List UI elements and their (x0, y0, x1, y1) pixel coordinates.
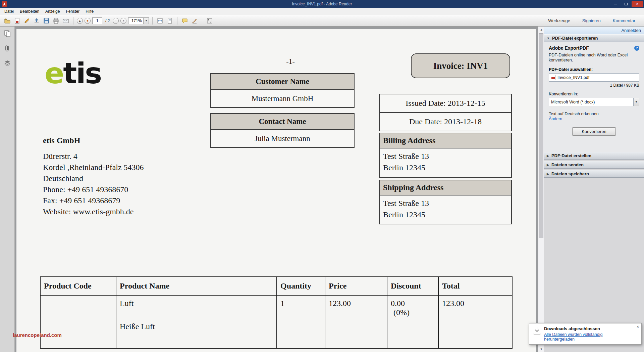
menu-datei[interactable]: Datei (1, 8, 17, 15)
company-line: Website: www.etis-gmbh.de (43, 206, 144, 217)
help-icon[interactable]: ? (634, 46, 639, 51)
change-language-link[interactable]: Ändern (549, 117, 562, 121)
send-files-section-header[interactable]: ▶ Dateien senden (544, 161, 644, 169)
company-line: Dürerstr. 4 (43, 151, 144, 162)
chevron-right-icon: ▶ (547, 154, 549, 158)
customer-name-block: Customer Name Mustermann GmbH (210, 73, 355, 108)
discount-value: 0.00 (391, 299, 435, 308)
page-number-label: -1- (264, 57, 317, 66)
share-icon[interactable] (33, 17, 41, 25)
layers-icon[interactable] (4, 59, 11, 68)
company-line: Kordel ,Rheinland-Pfalz 54306 (43, 162, 144, 173)
scrollbar-thumb[interactable] (539, 33, 543, 238)
titlebar: Invoice_INV1.pdf - Adobe Reader × (0, 0, 644, 8)
cell-quantity: 1 (277, 295, 325, 348)
col-product-name: Product Name (116, 277, 277, 295)
zoom-in-icon[interactable]: + (120, 18, 126, 24)
table-header-row: Product Code Product Name Quantity Price… (40, 277, 512, 295)
notification-close-icon[interactable]: × (637, 324, 639, 329)
contact-name-block: Contact Name Julia Mustermann (210, 113, 355, 148)
shipping-line: Test Straße 13 (383, 197, 508, 209)
fit-width-icon[interactable] (156, 17, 164, 25)
convert-button[interactable]: Konvertieren (572, 127, 616, 136)
werkzeuge-button[interactable]: Werkzeuge (548, 18, 570, 23)
anmelden-link[interactable]: Anmelden (621, 28, 641, 33)
toolbar: ▲ ▼ / 2 − + 171% ▼ Werkzeuge Signieren K… (0, 15, 644, 27)
export-section-title: PDF-Datei exportieren (552, 36, 598, 41)
fullscreen-icon[interactable] (206, 17, 214, 25)
chevron-down-icon: ▼ (547, 37, 550, 40)
create-pdf-icon[interactable] (13, 17, 21, 25)
edit-icon[interactable] (23, 17, 31, 25)
fit-page-icon[interactable] (166, 17, 174, 25)
notification-title: Downloads abgeschlossen (544, 326, 639, 331)
page-thumbnails-icon[interactable] (4, 30, 11, 39)
store-files-section-header[interactable]: ▶ Dateien speichern (544, 170, 644, 178)
adobe-reader-app-icon (2, 1, 7, 7)
customer-name-header: Customer Name (210, 73, 355, 90)
save-icon[interactable] (42, 17, 50, 25)
customer-name-value: Mustermann GmbH (210, 90, 355, 108)
select-file-label: PDF-Datei auswählen: (549, 67, 639, 72)
billing-line: Test Straße 13 (383, 150, 508, 162)
adobe-exportpdf-label: Adobe ExportPDF (549, 45, 589, 51)
zoom-level-value: 171% (128, 18, 143, 24)
selected-file-box[interactable]: Invoice_INV1.pdf (549, 73, 639, 82)
scroll-down-arrow-icon[interactable]: ▼ (538, 346, 544, 352)
signieren-button[interactable]: Signieren (582, 18, 601, 23)
toolbar-separator (73, 17, 73, 25)
notification-link[interactable]: Alle Dateien wurden vollständig herunter… (544, 332, 622, 342)
zoom-dropdown-arrow-icon[interactable]: ▼ (143, 18, 149, 24)
export-description: PDF-Dateien online nach Word oder Excel … (549, 53, 633, 63)
comment-bubble-icon[interactable] (181, 17, 189, 25)
kommentar-button[interactable]: Kommentar (613, 18, 635, 23)
print-icon[interactable] (52, 17, 60, 25)
product-table: Product Code Product Name Quantity Price… (40, 276, 512, 349)
sign-icon[interactable] (191, 17, 199, 25)
due-date: Due Date: 2013-12-18 (380, 113, 511, 131)
company-line: Deutschland (43, 173, 144, 184)
close-button[interactable]: × (632, 1, 643, 7)
cell-price: 123.00 (325, 295, 387, 348)
format-select[interactable]: Microsoft Word (*.docx) ▼ (549, 98, 639, 106)
scroll-up-arrow-icon[interactable]: ▲ (538, 27, 544, 33)
download-icon (533, 326, 541, 336)
shipping-address-content: Test Straße 13 Berlin 12345 (379, 195, 512, 224)
zoom-level-select[interactable]: 171% ▼ (128, 17, 149, 24)
billing-address-header: Billing Address (379, 133, 512, 148)
export-pdf-section-content: Adobe ExportPDF ? PDF-Dateien online nac… (544, 42, 644, 152)
product-name-value: Luft (120, 299, 273, 308)
vertical-scrollbar[interactable]: ▲ ▼ (538, 27, 544, 352)
toolbar-separator (202, 17, 202, 25)
export-pdf-section-header[interactable]: ▼ PDF-Datei exportieren (544, 34, 644, 42)
dates-box: Issued Date: 2013-12-15 Due Date: 2013-1… (379, 94, 512, 131)
email-icon[interactable] (62, 17, 70, 25)
file-meta: 1 Datei / 987 KB (549, 83, 639, 88)
menu-fenster[interactable]: Fenster (63, 8, 83, 15)
issued-date: Issued Date: 2013-12-15 (380, 94, 511, 113)
watermark-text: laurencopeland.com (13, 332, 62, 338)
shipping-address-header: Shipping Address (379, 180, 512, 195)
window-controls: × (610, 1, 644, 7)
convert-to-label: Konvertieren in: (549, 92, 639, 96)
product-description-value: Heiße Luft (120, 322, 273, 331)
menu-anzeige[interactable]: Anzeige (42, 8, 63, 15)
minimize-button[interactable] (610, 1, 620, 7)
open-icon[interactable] (3, 17, 11, 25)
next-page-icon[interactable]: ▼ (85, 18, 91, 24)
zoom-out-icon[interactable]: − (113, 18, 119, 24)
company-line: Phone: +49 651 49368670 (43, 184, 144, 195)
menu-hilfe[interactable]: Hilfe (83, 8, 97, 15)
previous-page-icon[interactable]: ▲ (77, 18, 83, 24)
format-selected-value: Microsoft Word (*.docx) (549, 98, 633, 106)
toolbar-separator (152, 17, 153, 25)
page-number-input[interactable] (92, 17, 102, 24)
menu-bearbeiten[interactable]: Bearbeiten (17, 8, 42, 15)
logo-part-black: tis (63, 56, 101, 90)
contact-name-value: Julia Mustermann (210, 130, 355, 148)
create-pdf-section-header[interactable]: ▶ PDF-Datei erstellen (544, 152, 644, 160)
maximize-button[interactable] (621, 1, 631, 7)
format-dropdown-arrow-icon[interactable]: ▼ (633, 98, 639, 106)
attachments-icon[interactable] (4, 45, 11, 53)
send-files-section-title: Dateien senden (551, 162, 584, 167)
